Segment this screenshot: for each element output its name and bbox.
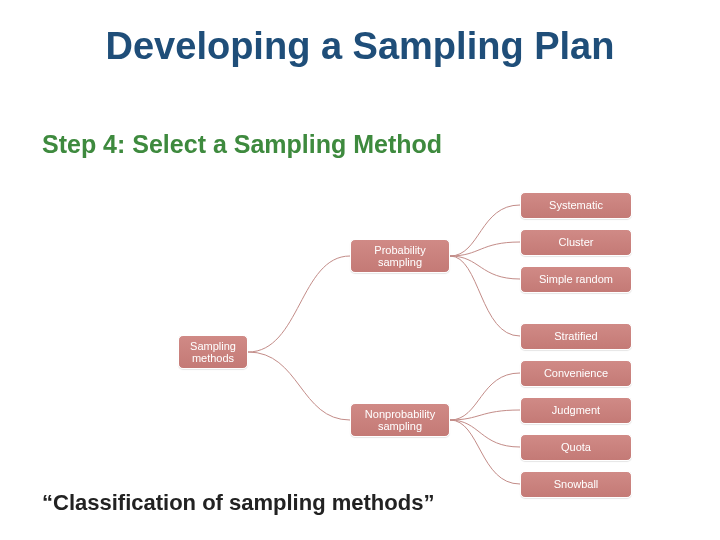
node-label: Stratified bbox=[554, 330, 597, 342]
node-stratified: Stratified bbox=[520, 323, 632, 350]
node-label: Judgment bbox=[552, 404, 600, 416]
node-judgment: Judgment bbox=[520, 397, 632, 424]
node-probability-sampling: Probability sampling bbox=[350, 239, 450, 273]
slide-caption: “Classification of sampling methods” bbox=[42, 490, 434, 516]
node-cluster: Cluster bbox=[520, 229, 632, 256]
node-label: Quota bbox=[561, 441, 591, 453]
node-systematic: Systematic bbox=[520, 192, 632, 219]
node-label: Snowball bbox=[554, 478, 599, 490]
node-label: Cluster bbox=[559, 236, 594, 248]
node-label: Nonprobability sampling bbox=[351, 408, 449, 432]
slide-title: Developing a Sampling Plan bbox=[0, 25, 720, 68]
node-sampling-methods: Sampling methods bbox=[178, 335, 248, 369]
node-quota: Quota bbox=[520, 434, 632, 461]
node-convenience: Convenience bbox=[520, 360, 632, 387]
node-label: Probability sampling bbox=[351, 244, 449, 268]
slide-subtitle: Step 4: Select a Sampling Method bbox=[42, 130, 442, 159]
node-snowball: Snowball bbox=[520, 471, 632, 498]
node-label: Convenience bbox=[544, 367, 608, 379]
node-label: Sampling methods bbox=[179, 340, 247, 364]
node-label: Simple random bbox=[539, 273, 613, 285]
node-label: Systematic bbox=[549, 199, 603, 211]
node-simple-random: Simple random bbox=[520, 266, 632, 293]
node-nonprobability-sampling: Nonprobability sampling bbox=[350, 403, 450, 437]
